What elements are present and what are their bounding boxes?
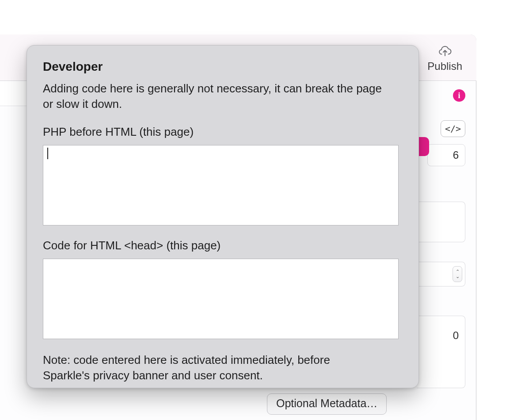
html-head-code-textarea[interactable] [43, 259, 399, 339]
php-section: PHP before HTML (this page) [43, 125, 403, 227]
info-icon[interactable]: i [453, 89, 465, 102]
sidebar-strip [0, 82, 27, 106]
numeric-input-a[interactable]: 6 [427, 144, 465, 166]
code-toggle-button[interactable]: </> [441, 120, 465, 137]
php-before-html-textarea[interactable] [43, 145, 399, 225]
numeric-value-b: 0 [453, 329, 459, 342]
selected-tab-indicator [418, 137, 429, 156]
info-icon-glyph: i [458, 91, 460, 100]
popover-title: Developer [43, 60, 403, 74]
publish-button[interactable]: Publish [427, 46, 462, 73]
inspector-select[interactable]: ⌃⌄ [417, 262, 465, 286]
head-section: Code for HTML <head> (this page) [43, 239, 403, 341]
html-head-code-label: Code for HTML <head> (this page) [43, 239, 403, 252]
cloud-upload-icon [438, 46, 452, 57]
inspector-panel: i </> 6 [427, 89, 465, 166]
optional-metadata-button[interactable]: Optional Metadata… [267, 393, 387, 415]
inspector-field-outline[interactable] [417, 202, 465, 242]
popover-description: Adding code here is generally not necess… [43, 81, 388, 112]
developer-popover: Developer Adding code here is generally … [27, 45, 419, 388]
publish-label: Publish [427, 60, 462, 73]
inspector-textarea-outline[interactable]: 0 [417, 316, 465, 388]
stepper-icon: ⌃⌄ [453, 266, 462, 282]
popover-note: Note: code entered here is activated imm… [43, 352, 352, 383]
php-before-html-label: PHP before HTML (this page) [43, 125, 403, 139]
